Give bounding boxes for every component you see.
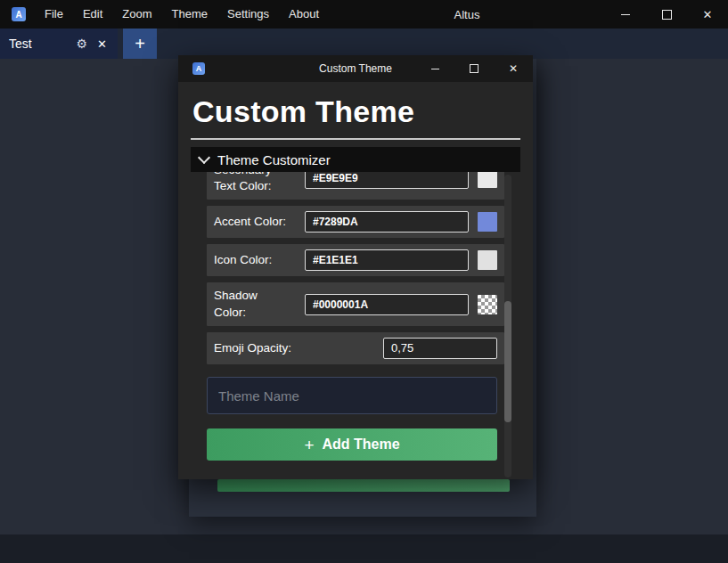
bottom-strip: [0, 534, 728, 563]
tab-label: Test: [9, 37, 69, 51]
app-titlebar: A File Edit Zoom Theme Settings About Al…: [0, 0, 728, 29]
plus-icon: +: [135, 34, 145, 54]
field-row-accent-color: Accent Color:: [207, 206, 504, 238]
theme-customizer-fields: Secondary Text Color: Accent Color: Icon…: [207, 172, 504, 364]
add-theme-button[interactable]: + Add Theme: [207, 428, 497, 461]
field-row-secondary-text-color: Secondary Text Color:: [207, 172, 504, 200]
custom-theme-dialog: A Custom Theme ✕ Custom Theme Theme Cust…: [178, 55, 533, 479]
dialog-logo-icon: A: [192, 62, 205, 75]
menu-theme[interactable]: Theme: [162, 0, 217, 29]
dialog-close-button[interactable]: ✕: [494, 55, 533, 82]
add-theme-label: Add Theme: [322, 437, 399, 453]
emoji-opacity-input[interactable]: [383, 338, 497, 359]
theme-name-input[interactable]: [207, 377, 497, 414]
field-label: Shadow Color:: [214, 288, 296, 320]
secondary-text-color-swatch[interactable]: [478, 172, 497, 188]
heading-divider: [191, 138, 520, 140]
dialog-minimize-button[interactable]: [415, 55, 454, 82]
menu-settings[interactable]: Settings: [217, 0, 279, 29]
background-add-theme-button[interactable]: [217, 479, 510, 492]
dialog-maximize-button[interactable]: [454, 55, 494, 82]
field-label: Accent Color:: [214, 214, 296, 230]
shadow-color-input[interactable]: [305, 294, 469, 315]
minimize-icon: [621, 14, 630, 15]
dialog-scrollbar[interactable]: [504, 175, 511, 477]
new-tab-button[interactable]: +: [123, 29, 157, 59]
window-title: Altus: [454, 8, 480, 21]
section-title: Theme Customizer: [217, 152, 331, 167]
field-row-shadow-color: Shadow Color:: [207, 282, 504, 325]
secondary-text-color-input[interactable]: [305, 172, 469, 189]
chevron-down-icon: [198, 151, 210, 163]
tab-close-icon[interactable]: ✕: [95, 37, 109, 51]
accent-color-swatch[interactable]: [478, 212, 497, 232]
menu-file[interactable]: File: [35, 0, 73, 29]
altus-logo-icon: A: [12, 7, 26, 21]
minimize-icon: [431, 69, 439, 69]
field-label: Emoji Opacity:: [214, 340, 296, 356]
field-row-emoji-opacity: Emoji Opacity:: [207, 332, 504, 364]
shadow-color-swatch[interactable]: [478, 295, 497, 314]
accent-color-input[interactable]: [305, 211, 469, 233]
field-label: Secondary Text Color:: [214, 172, 296, 194]
field-row-icon-color: Icon Color:: [207, 244, 504, 276]
minimize-button[interactable]: [605, 0, 646, 29]
theme-customizer-header[interactable]: Theme Customizer: [191, 147, 520, 172]
field-label: Icon Color:: [214, 252, 296, 268]
scrollbar-thumb[interactable]: [504, 301, 511, 422]
menubar: File Edit Zoom Theme Settings About: [35, 0, 329, 29]
menu-about[interactable]: About: [279, 0, 329, 29]
tab-test[interactable]: Test ⚙ ✕: [0, 29, 118, 59]
dialog-window-controls: ✕: [415, 55, 533, 82]
page-title: Custom Theme: [192, 94, 520, 129]
close-icon: ✕: [703, 8, 713, 21]
tab-settings-gear-icon[interactable]: ⚙: [77, 37, 88, 51]
menu-edit[interactable]: Edit: [73, 0, 112, 29]
maximize-icon: [470, 64, 479, 73]
window-controls: ✕: [605, 0, 728, 29]
tab-bar: Test ⚙ ✕ +: [0, 29, 728, 59]
plus-icon: +: [304, 437, 314, 453]
icon-color-input[interactable]: [305, 249, 469, 271]
maximize-button[interactable]: [646, 0, 687, 29]
maximize-icon: [662, 10, 672, 20]
dialog-titlebar: A Custom Theme ✕: [178, 55, 533, 82]
close-button[interactable]: ✕: [687, 0, 728, 29]
close-icon: ✕: [509, 62, 518, 75]
menu-zoom[interactable]: Zoom: [112, 0, 161, 29]
icon-color-swatch[interactable]: [478, 250, 497, 270]
dialog-body: Custom Theme Theme Customizer Secondary …: [178, 94, 533, 461]
